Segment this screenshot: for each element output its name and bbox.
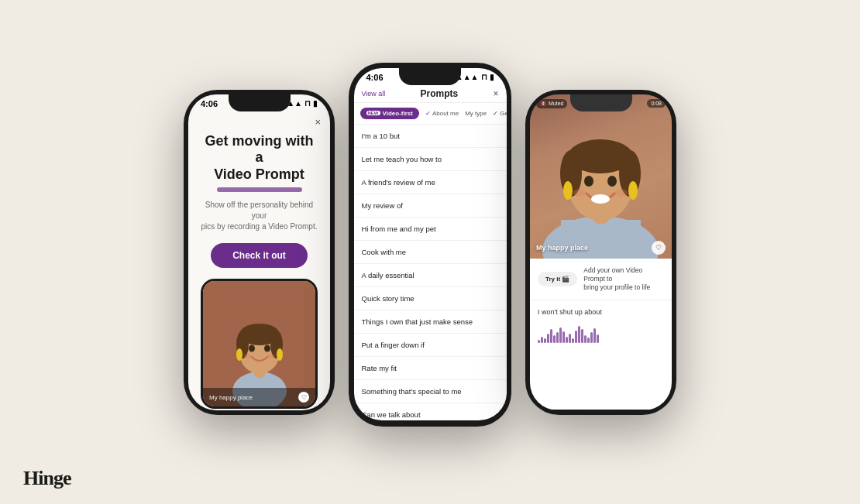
prompt-item-4[interactable]: My review of	[354, 194, 507, 218]
muted-label: Muted	[549, 101, 563, 106]
tab-my-type[interactable]: My type	[465, 110, 487, 117]
phone-3-screen: 🔇 Muted 0:08 My happy place ♡ Try it 🎬	[530, 94, 672, 410]
view-all-link[interactable]: View all	[362, 90, 386, 98]
person-svg-3	[530, 94, 672, 259]
heart-icon-1[interactable]: ♡	[298, 392, 309, 403]
tab-video-first-label: Video-first	[383, 110, 413, 117]
audio-bar-9	[562, 331, 565, 343]
prompt-item-13[interactable]: Can we talk about	[354, 403, 507, 420]
audio-bar-19	[593, 328, 596, 343]
title-line2: Video Prompt	[214, 166, 304, 182]
title-line1: Get moving with a	[205, 133, 313, 166]
timer-text: 0:08	[651, 101, 662, 106]
phone-2-screen: 4:06 ▲▲▲ ⊓ ▮ View all Prompts × NEW Vide…	[354, 68, 507, 420]
audio-bar-2	[541, 337, 543, 343]
prompt-item-5[interactable]: Hi from me and my pet	[354, 218, 507, 241]
phone-1-content: × Get moving with a Video Prompt Show of…	[188, 110, 330, 410]
audio-bar-5	[550, 329, 552, 343]
prompts-list: I'm a 10 but Let me teach you how to A f…	[354, 125, 507, 420]
svg-point-9	[277, 348, 283, 361]
tab-getting[interactable]: ✓ Gettin	[493, 110, 506, 117]
phone-1-video-preview: My happy place ♡	[201, 279, 318, 409]
svg-point-24	[573, 189, 586, 197]
audio-bar-11	[569, 334, 571, 343]
tab-about-me-label: About me	[432, 110, 459, 117]
try-it-button[interactable]: Try it 🎬	[538, 272, 577, 286]
time-2: 4:06	[366, 73, 384, 82]
phone-1-screen: 4:06 ▲▲▲ ⊓ ▮ × Get moving with a Video P…	[188, 94, 330, 410]
video-caption-text-1: My happy place	[209, 394, 253, 401]
tab-about-me[interactable]: ✓ About me	[425, 110, 459, 117]
svg-point-19	[591, 194, 610, 204]
audio-bar-15	[581, 329, 583, 343]
svg-point-22	[563, 181, 573, 200]
prompt-item-8[interactable]: Quick story time	[354, 287, 507, 310]
phone-3: 🔇 Muted 0:08 My happy place ♡ Try it 🎬	[525, 90, 676, 415]
status-icons-2: ▲▲▲ ⊓ ▮	[456, 73, 494, 81]
hinge-logo: Hinge	[23, 467, 71, 490]
svg-point-7	[264, 345, 270, 352]
audio-bar-17	[587, 338, 590, 343]
audio-bar-7	[556, 332, 559, 343]
tabs-row: NEW Video-first ✓ About me My type ✓ Get…	[354, 103, 507, 125]
time-1: 4:06	[201, 99, 218, 108]
audio-bar-13	[575, 331, 577, 343]
close-button-1[interactable]: ×	[315, 116, 321, 128]
try-it-label: Try it 🎬	[545, 276, 569, 283]
muted-badge: 🔇 Muted	[536, 99, 567, 108]
try-it-description: Add your own Video Prompt tobring your p…	[583, 266, 664, 292]
prompt-item-9[interactable]: Things I own that just make sense	[354, 310, 507, 334]
tab-video-first[interactable]: NEW Video-first	[360, 108, 419, 119]
heart-circle-3[interactable]: ♡	[652, 241, 666, 255]
phone-1: 4:06 ▲▲▲ ⊓ ▮ × Get moving with a Video P…	[184, 90, 335, 415]
notch-1	[229, 94, 291, 111]
audio-bar-4	[547, 334, 549, 343]
audio-bar-3	[544, 338, 546, 343]
phone-1-subtitle: Show off the personality behind yourpics…	[201, 200, 318, 232]
svg-point-20	[584, 176, 593, 187]
prompt-item-2[interactable]: Let me teach you how to	[354, 148, 507, 171]
check-it-out-button[interactable]: Check it out	[211, 243, 308, 268]
prompt-item-12[interactable]: Something that's special to me	[354, 380, 507, 403]
svg-point-10	[244, 354, 252, 358]
audio-bar-16	[584, 335, 587, 343]
check-icon-getting: ✓	[493, 110, 498, 117]
tab-my-type-label: My type	[465, 110, 487, 117]
wifi-icon-2: ⊓	[481, 73, 487, 81]
mute-icon: 🔇	[540, 101, 547, 107]
prompt-item-3[interactable]: A friend's review of me	[354, 171, 507, 194]
prompt-item-6[interactable]: Cook with me	[354, 241, 507, 264]
wifi-icon: ⊓	[304, 99, 311, 108]
phone-2-header: View all Prompts ×	[354, 84, 507, 103]
audio-bar-10	[566, 337, 568, 343]
phone-2: 4:06 ▲▲▲ ⊓ ▮ View all Prompts × NEW Vide…	[349, 63, 511, 427]
audio-bar-20	[597, 334, 599, 343]
phone-3-bottom: Try it 🎬 Add your own Video Prompt tobri…	[530, 259, 672, 410]
svg-point-21	[607, 176, 617, 187]
video-caption-bar-1: My happy place ♡	[203, 388, 315, 406]
audio-bar-12	[572, 338, 574, 343]
audio-bars	[530, 324, 672, 343]
prompt-item-10[interactable]: Put a finger down if	[354, 334, 507, 357]
happy-place-label: My happy place	[536, 244, 588, 252]
battery-icon: ▮	[313, 99, 318, 108]
audio-bar-14	[578, 326, 580, 343]
svg-point-23	[628, 181, 638, 200]
wont-shut-up-label: I won't shut up about	[530, 300, 672, 324]
audio-bar-1	[538, 340, 540, 343]
video-caption-3: My happy place ♡	[530, 237, 672, 259]
prompt-item-7[interactable]: A daily essential	[354, 264, 507, 287]
hinge-logo-text: Hinge	[23, 467, 71, 489]
phone-1-title: Get moving with a Video Prompt	[201, 133, 318, 183]
notch-2	[399, 68, 461, 85]
phones-container: 4:06 ▲▲▲ ⊓ ▮ × Get moving with a Video P…	[168, 55, 692, 450]
timer-badge: 0:08	[647, 99, 666, 108]
svg-point-8	[236, 348, 243, 361]
prompt-item-11[interactable]: Rate my fit	[354, 357, 507, 380]
notch-3	[570, 94, 632, 111]
battery-icon-2: ▮	[490, 73, 494, 81]
svg-point-25	[615, 189, 628, 197]
svg-point-11	[267, 354, 275, 358]
close-button-2[interactable]: ×	[493, 88, 498, 99]
prompt-item-1[interactable]: I'm a 10 but	[354, 125, 507, 148]
